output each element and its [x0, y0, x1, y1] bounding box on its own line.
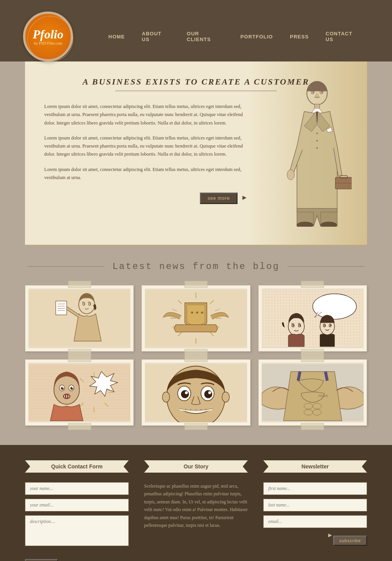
man-illustration [282, 73, 352, 227]
headline-divider [115, 91, 277, 91]
strongman-illustration: iStock [262, 363, 364, 422]
svg-point-22 [90, 304, 91, 305]
svg-point-107 [163, 392, 170, 402]
svg-text:★ ★ ★: ★ ★ ★ [191, 310, 204, 315]
nav-home[interactable]: HOME [100, 31, 133, 43]
nav-contact[interactable]: CONTACT US [317, 28, 369, 45]
subscribe-button[interactable]: subscribe [333, 536, 367, 546]
woman-surprised-illustration [28, 363, 130, 422]
svg-point-100 [185, 391, 188, 394]
story-title: Our Story [144, 460, 248, 473]
svg-point-89 [72, 387, 73, 388]
svg-point-12 [297, 222, 313, 227]
footer: Quick Contact Form see more ► Our Story … [0, 445, 392, 561]
nav-clients[interactable]: OUR CLIENTS [178, 28, 232, 45]
contact-description-textarea[interactable] [25, 515, 129, 546]
blog-grid: ★ ★ ★ [25, 285, 367, 426]
subscribe-arrow-icon: ► [327, 532, 333, 538]
newsletter-email-input[interactable] [263, 515, 367, 528]
svg-point-101 [208, 391, 211, 394]
tape-top-5 [184, 355, 208, 362]
svg-rect-23 [56, 301, 66, 315]
navigation: Pfolio by PSD-Files.com HOME ABOUT US OU… [0, 12, 392, 61]
logo-border [27, 16, 73, 62]
shield-crest-illustration: ★ ★ ★ [145, 289, 247, 348]
footer-newsletter-section: Newsletter subscribe ► [263, 460, 367, 561]
main-see-more-button[interactable]: see more [200, 193, 238, 204]
main-content: A BUSINESS EXISTS TO CREATE A CUSTOMER L… [25, 61, 367, 246]
blog-image-1 [28, 289, 130, 348]
contact-see-more-button[interactable]: see more [25, 559, 58, 561]
contact-email-input[interactable] [25, 499, 129, 511]
svg-point-45 [312, 294, 356, 319]
newsletter-lastname-input[interactable] [263, 499, 367, 511]
woman-writing-illustration [28, 289, 130, 348]
logo[interactable]: Pfolio by PSD-Files.com [23, 12, 73, 61]
footer-story-section: Our Story Scelerisque ac phasellus enim … [144, 460, 248, 561]
svg-point-50 [330, 325, 331, 326]
footer-contact-section: Quick Contact Form see more ► [25, 460, 129, 561]
tape-top-1 [68, 281, 91, 288]
svg-point-16 [316, 147, 318, 149]
comic-couple-illustration [262, 289, 364, 348]
svg-point-4 [321, 91, 322, 93]
main-paragraph-3: Lorem ipsum dolor sit amet, consectetur … [44, 166, 248, 182]
svg-point-15 [316, 140, 318, 141]
svg-point-98 [181, 390, 189, 398]
vintage-figure [279, 69, 355, 231]
tape-top-4 [68, 355, 91, 362]
story-text: Scelerisque ac phasellus enim augue pid,… [144, 482, 248, 529]
blog-image-2: ★ ★ ★ [145, 289, 247, 348]
svg-point-13 [321, 222, 337, 227]
main-paragraph-1: Lorem ipsum dolor sit amet, consectetur … [44, 103, 248, 127]
blog-title-row: Latest news from the blog [25, 261, 367, 272]
blog-card-5[interactable] [141, 359, 250, 426]
nav-links: HOME ABOUT US OUR CLIENTS PORTFOLIO PRES… [100, 12, 369, 61]
svg-point-88 [63, 387, 64, 388]
blog-image-6: iStock [262, 363, 364, 422]
blog-image-5 [145, 363, 247, 422]
blog-card-6[interactable]: iStock [258, 359, 367, 426]
top-bar [0, 0, 392, 12]
newsletter-firstname-input[interactable] [263, 482, 367, 495]
blog-card-1[interactable] [25, 285, 134, 352]
tape-bottom-5 [184, 423, 208, 430]
nav-about[interactable]: ABOUT US [133, 28, 178, 45]
blog-title-line-right [287, 266, 364, 267]
nav-press[interactable]: PRESS [281, 31, 317, 43]
newsletter-title: Newsletter [263, 460, 367, 473]
svg-text:iStock: iStock [318, 393, 328, 398]
svg-point-6 [287, 169, 294, 180]
tape-bottom-6 [301, 423, 324, 430]
contact-form-title: Quick Contact Form [25, 460, 129, 473]
nav-portfolio[interactable]: PORTFOLIO [232, 31, 281, 43]
contact-name-input[interactable] [25, 482, 129, 495]
man-face-illustration [145, 363, 247, 422]
blog-image-4 [28, 363, 130, 422]
blog-title-line-left [28, 266, 105, 267]
tape-bottom-4 [68, 423, 91, 430]
blog-card-4[interactable] [25, 359, 134, 426]
blog-image-3 [262, 289, 364, 348]
main-paragraph-2: Lorem ipsum dolor sit amet, consectetur … [44, 134, 248, 159]
blog-card-2[interactable]: ★ ★ ★ [141, 285, 250, 352]
svg-point-3 [312, 91, 314, 93]
svg-point-108 [222, 392, 229, 402]
tape-top-6 [301, 355, 324, 362]
blog-section: Latest news from the blog [0, 246, 392, 445]
svg-point-21 [84, 304, 85, 305]
svg-point-14 [316, 133, 318, 134]
svg-point-55 [299, 325, 301, 326]
blog-title: Latest news from the blog [112, 261, 279, 272]
tape-top-2 [184, 281, 208, 288]
svg-point-99 [204, 390, 213, 398]
svg-point-54 [293, 325, 294, 326]
blog-card-3[interactable] [258, 285, 367, 352]
tape-top-3 [301, 281, 324, 288]
svg-point-49 [324, 325, 325, 326]
footer-grid: Quick Contact Form see more ► Our Story … [25, 460, 367, 561]
arrow-icon: ► [241, 194, 248, 201]
